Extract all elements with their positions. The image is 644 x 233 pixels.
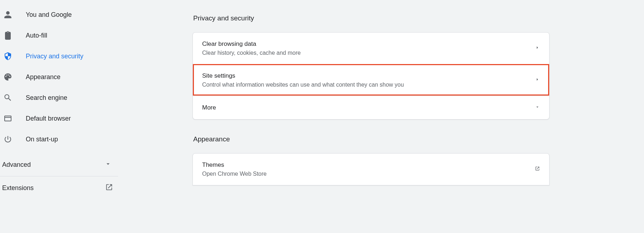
sidebar-item-you-and-google[interactable]: You and Google	[0, 4, 118, 25]
chevron-down-icon	[535, 105, 540, 111]
card-appearance: Themes Open Chrome Web Store	[192, 153, 550, 185]
sidebar-item-autofill[interactable]: Auto-fill	[0, 25, 118, 46]
row-title: Themes	[202, 161, 267, 169]
row-themes[interactable]: Themes Open Chrome Web Store	[193, 154, 549, 185]
sidebar-item-privacy-security[interactable]: Privacy and security	[0, 46, 118, 67]
sidebar-item-on-startup[interactable]: On start-up	[0, 129, 118, 150]
sidebar-item-extensions[interactable]: Extensions	[0, 176, 118, 199]
settings-sidebar: You and Google Auto-fill Privacy and sec…	[0, 0, 118, 233]
sidebar-item-label: Privacy and security	[26, 53, 83, 60]
sidebar-extensions-label: Extensions	[2, 184, 34, 192]
row-subtitle: Control what information websites can us…	[202, 82, 404, 88]
arrow-right-icon	[535, 77, 540, 83]
sidebar-item-label: Search engine	[26, 94, 67, 102]
sidebar-item-appearance[interactable]: Appearance	[0, 67, 118, 87]
chevron-down-icon	[104, 160, 112, 169]
row-title: More	[202, 104, 216, 111]
card-privacy-security: Clear browsing data Clear history, cooki…	[192, 32, 550, 120]
person-icon	[4, 10, 12, 19]
sidebar-item-label: You and Google	[26, 11, 72, 19]
open-in-new-icon	[105, 183, 113, 193]
row-subtitle: Open Chrome Web Store	[202, 171, 267, 177]
row-site-settings[interactable]: Site settings Control what information w…	[193, 64, 549, 96]
sidebar-item-label: On start-up	[26, 136, 58, 143]
sidebar-advanced-label: Advanced	[2, 161, 31, 169]
section-title-appearance: Appearance	[193, 135, 644, 143]
sidebar-item-search-engine[interactable]: Search engine	[0, 87, 118, 108]
search-icon	[4, 93, 12, 102]
clipboard-icon	[4, 31, 12, 40]
sidebar-item-label: Appearance	[26, 73, 60, 81]
row-title: Site settings	[202, 72, 404, 79]
row-title: Clear browsing data	[202, 40, 301, 48]
row-subtitle: Clear history, cookies, cache and more	[202, 50, 301, 56]
open-in-new-icon	[535, 166, 540, 173]
sidebar-item-label: Auto-fill	[26, 32, 47, 39]
sidebar-item-default-browser[interactable]: Default browser	[0, 108, 118, 129]
shield-icon	[4, 52, 12, 60]
settings-main: Privacy and security Clear browsing data…	[118, 0, 644, 233]
browser-icon	[4, 114, 12, 123]
power-icon	[4, 135, 12, 144]
arrow-right-icon	[535, 45, 540, 52]
sidebar-advanced-toggle[interactable]: Advanced	[0, 155, 118, 175]
row-more[interactable]: More	[193, 96, 549, 119]
section-title-privacy: Privacy and security	[193, 14, 644, 22]
palette-icon	[4, 73, 12, 81]
sidebar-item-label: Default browser	[26, 115, 71, 122]
row-clear-browsing-data[interactable]: Clear browsing data Clear history, cooki…	[193, 33, 549, 64]
